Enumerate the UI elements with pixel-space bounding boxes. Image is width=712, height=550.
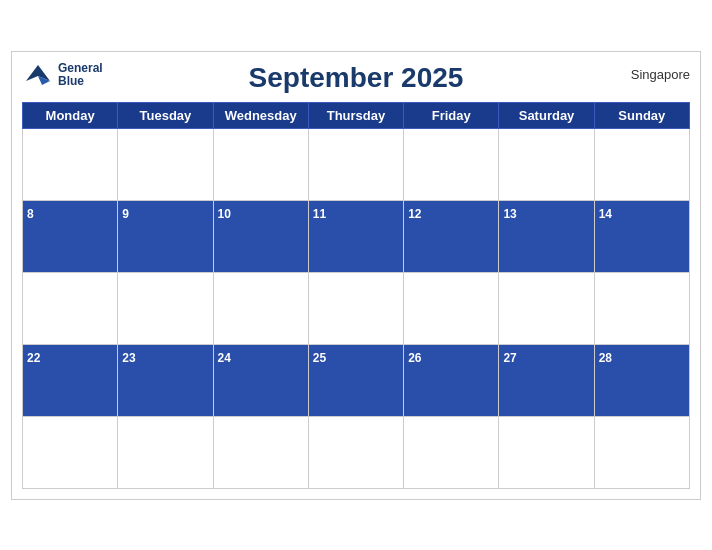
day-number-14: 14 [599, 207, 612, 221]
calendar-cell-w1-d5: 5 [404, 128, 499, 200]
calendar-cell-w1-d2: 2 [118, 128, 213, 200]
day-number-5: 5 [408, 135, 415, 149]
day-number-3: 3 [218, 135, 225, 149]
logo-blue-text: Blue [58, 75, 103, 88]
calendar-cell-w5-d7 [594, 416, 689, 488]
day-number-4: 4 [313, 135, 320, 149]
col-header-tuesday: Tuesday [118, 102, 213, 128]
week-row-2: 891011121314 [23, 200, 690, 272]
calendar-cell-w4-d7: 28 [594, 344, 689, 416]
calendar-cell-w4-d5: 26 [404, 344, 499, 416]
logo-area: General Blue [22, 62, 103, 88]
day-number-16: 16 [122, 279, 135, 293]
calendar-cell-w3-d2: 16 [118, 272, 213, 344]
col-header-monday: Monday [23, 102, 118, 128]
calendar-cell-w1-d1: 1 [23, 128, 118, 200]
day-number-2: 2 [122, 135, 129, 149]
calendar-cell-w5-d4 [308, 416, 403, 488]
logo-container: General Blue [22, 62, 103, 88]
logo-bird-icon [22, 63, 54, 87]
week-row-4: 22232425262728 [23, 344, 690, 416]
calendar-cell-w4-d4: 25 [308, 344, 403, 416]
calendar-cell-w3-d4: 18 [308, 272, 403, 344]
calendar-table: Monday Tuesday Wednesday Thursday Friday… [22, 102, 690, 489]
calendar-cell-w5-d1: 29 [23, 416, 118, 488]
col-header-wednesday: Wednesday [213, 102, 308, 128]
day-number-23: 23 [122, 351, 135, 365]
day-number-30: 30 [122, 423, 135, 437]
calendar-cell-w4-d3: 24 [213, 344, 308, 416]
calendar-cell-w4-d2: 23 [118, 344, 213, 416]
calendar-cell-w3-d7: 21 [594, 272, 689, 344]
day-number-6: 6 [503, 135, 510, 149]
day-number-24: 24 [218, 351, 231, 365]
day-number-13: 13 [503, 207, 516, 221]
day-number-10: 10 [218, 207, 231, 221]
day-number-20: 20 [503, 279, 516, 293]
day-number-27: 27 [503, 351, 516, 365]
calendar-cell-w2-d4: 11 [308, 200, 403, 272]
calendar-cell-w5-d2: 30 [118, 416, 213, 488]
day-number-19: 19 [408, 279, 421, 293]
calendar-cell-w5-d6 [499, 416, 594, 488]
calendar-cell-w2-d5: 12 [404, 200, 499, 272]
col-header-saturday: Saturday [499, 102, 594, 128]
calendar-cell-w2-d1: 8 [23, 200, 118, 272]
day-number-18: 18 [313, 279, 326, 293]
calendar-cell-w2-d2: 9 [118, 200, 213, 272]
day-headers-row: Monday Tuesday Wednesday Thursday Friday… [23, 102, 690, 128]
calendar-cell-w1-d7: 7 [594, 128, 689, 200]
week-row-5: 2930 [23, 416, 690, 488]
day-number-9: 9 [122, 207, 129, 221]
calendar-cell-w1-d6: 6 [499, 128, 594, 200]
logo-text-block: General Blue [58, 62, 103, 88]
calendar-cell-w2-d3: 10 [213, 200, 308, 272]
day-number-22: 22 [27, 351, 40, 365]
calendar-cell-w4-d1: 22 [23, 344, 118, 416]
calendar-cell-w5-d5 [404, 416, 499, 488]
calendar-cell-w3-d1: 15 [23, 272, 118, 344]
calendar-cell-w2-d7: 14 [594, 200, 689, 272]
month-title: September 2025 [249, 62, 464, 94]
day-number-7: 7 [599, 135, 606, 149]
calendar-container: General Blue September 2025 Singapore Mo… [11, 51, 701, 500]
day-number-29: 29 [27, 423, 40, 437]
col-header-friday: Friday [404, 102, 499, 128]
day-number-28: 28 [599, 351, 612, 365]
day-number-17: 17 [218, 279, 231, 293]
calendar-cell-w2-d6: 13 [499, 200, 594, 272]
calendar-cell-w3-d5: 19 [404, 272, 499, 344]
country-label: Singapore [631, 67, 690, 82]
calendar-cell-w1-d4: 4 [308, 128, 403, 200]
day-number-21: 21 [599, 279, 612, 293]
col-header-sunday: Sunday [594, 102, 689, 128]
col-header-thursday: Thursday [308, 102, 403, 128]
calendar-cell-w4-d6: 27 [499, 344, 594, 416]
logo-general-text: General [58, 62, 103, 75]
day-number-12: 12 [408, 207, 421, 221]
week-row-1: 1234567 [23, 128, 690, 200]
calendar-body: 1234567891011121314151617181920212223242… [23, 128, 690, 488]
day-number-11: 11 [313, 207, 326, 221]
day-number-25: 25 [313, 351, 326, 365]
calendar-cell-w1-d3: 3 [213, 128, 308, 200]
calendar-cell-w3-d6: 20 [499, 272, 594, 344]
day-number-1: 1 [27, 135, 34, 149]
day-number-26: 26 [408, 351, 421, 365]
day-number-15: 15 [27, 279, 40, 293]
calendar-header: General Blue September 2025 Singapore [22, 62, 690, 94]
day-number-8: 8 [27, 207, 34, 221]
calendar-cell-w5-d3 [213, 416, 308, 488]
calendar-cell-w3-d3: 17 [213, 272, 308, 344]
svg-marker-0 [26, 65, 50, 81]
week-row-3: 15161718192021 [23, 272, 690, 344]
